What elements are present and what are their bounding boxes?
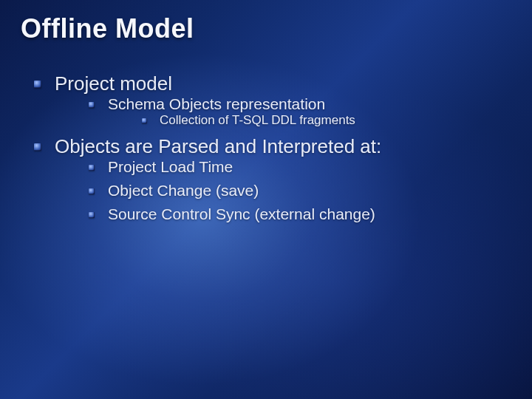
bullet-item: Object Change (save) [89,182,511,200]
bullet-item: Project Load Time [89,158,511,176]
bullet-icon [89,165,95,171]
bullet-text: Project model [55,72,172,95]
bullet-icon [89,102,95,108]
bullet-text: Project Load Time [108,158,233,175]
slide: Offline Model Project model Schema Objec… [0,0,532,399]
bullet-text: Source Control Sync (external change) [108,205,375,222]
bullet-item: Schema Objects representation Collection… [89,95,511,128]
bullet-text: Objects are Parsed and Interpreted at: [55,135,381,157]
bullet-list-level3: Collection of T-SQL DDL fragments [108,113,511,128]
slide-title: Offline Model [21,13,511,44]
bullet-text: Schema Objects representation [108,95,325,112]
bullet-text: Collection of T-SQL DDL fragments [160,113,355,127]
bullet-item: Objects are Parsed and Interpreted at: P… [34,135,511,223]
bullet-icon [34,81,41,88]
bullet-list-level2: Schema Objects representation Collection… [55,95,511,128]
bullet-icon [89,188,95,194]
bullet-icon [34,143,41,151]
bullet-icon [89,212,95,218]
bullet-list-level2: Project Load Time Object Change (save) S… [55,158,511,223]
bullet-item: Project model Schema Objects representat… [34,72,511,128]
bullet-icon [142,118,147,123]
bullet-text: Object Change (save) [108,182,259,199]
bullet-item: Source Control Sync (external change) [89,205,511,223]
bullet-item: Collection of T-SQL DDL fragments [142,113,511,128]
bullet-list-level1: Project model Schema Objects representat… [21,72,511,223]
